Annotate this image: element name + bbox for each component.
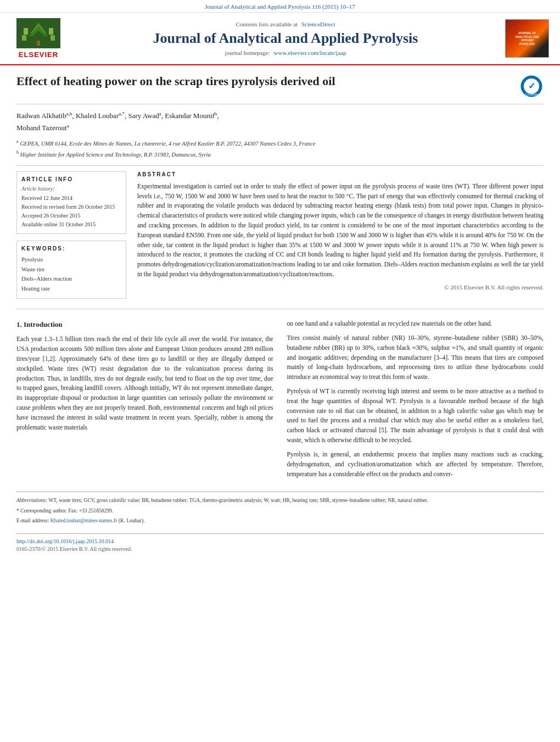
svg-rect-5 (24, 28, 28, 35)
intro-right-column: on one hand and a valuable potential as … (287, 319, 544, 483)
author-3: Sary Awada (128, 111, 161, 120)
intro-paragraph-1: Each year 1.3–1.5 billion tires reach th… (16, 334, 273, 432)
issn-line: 0165-2370/© 2015 Elsevier B.V. All right… (16, 546, 132, 552)
sciencedirect-link[interactable]: ScienceDirect (301, 21, 335, 27)
keywords-box: Keywords: Pyrolysis Waste tire Diels–Ald… (16, 241, 126, 299)
intro-paragraph-5: Pyrolysis is, in general, an endothermic… (287, 450, 544, 479)
journal-title-block: Contents lists available at ScienceDirec… (66, 21, 505, 55)
intro-left-column: 1. Introduction Each year 1.3–1.5 billio… (16, 319, 273, 483)
keyword-3: Diels–Alders reaction (21, 274, 121, 284)
affiliation-a: a GEPEA, UMR 6144, Ecole des Mines de Na… (16, 138, 544, 148)
journal-main-title: Journal of Analytical and Applied Pyroly… (66, 30, 505, 47)
article-info-box: ARTICLE INFO Article history: Received 1… (16, 171, 126, 234)
main-content: Effect of heating power on the scrap tir… (0, 65, 560, 560)
abstract-text: Experimental investigation is carried ou… (137, 182, 544, 280)
accepted-date: Accepted 26 October 2015 (21, 211, 121, 220)
journal-cover-image: JOURNAL OFANALYTICAL ANDAPPLIEDPYROLYSIS (505, 19, 549, 58)
email-link[interactable]: Khaled.loubar@mines-nantes.fr (51, 518, 117, 523)
svg-rect-7 (22, 35, 26, 41)
authors-section: Radwan Alkhatiba,b, Khaled Loubara,*, Sa… (16, 110, 544, 134)
author-line: Radwan Alkhatiba,b, Khaled Loubara,*, Sa… (16, 110, 544, 134)
page-footer: http://dx.doi.org/10.1016/j.jaap.2015.10… (16, 533, 544, 552)
author-4: Eskandar Mounifb (165, 111, 217, 120)
article-title-section: Effect of heating power on the scrap tir… (16, 74, 544, 104)
section-divider (16, 309, 544, 309)
doi-link[interactable]: http://dx.doi.org/10.1016/j.jaap.2015.10… (16, 538, 544, 544)
top-bar: Journal of Analytical and Applied Pyroly… (0, 0, 560, 13)
keywords-heading: Keywords: (21, 246, 121, 252)
copyright-line: © 2015 Elsevier B.V. All rights reserved… (137, 284, 544, 291)
journal-header: ELSEVIER Contents lists available at Sci… (0, 13, 560, 65)
author-5: Mohand Tazerouta (16, 124, 69, 132)
svg-text:CrossMark: CrossMark (524, 93, 538, 96)
available-online-date: Available online 31 October 2015 (21, 220, 121, 229)
received-date: Received 12 June 2014 (21, 194, 121, 203)
info-abstract-section: ARTICLE INFO Article history: Received 1… (16, 165, 544, 299)
article-title: Effect of heating power on the scrap tir… (16, 74, 511, 90)
svg-text:✓: ✓ (528, 81, 535, 91)
corresponding-author-footnote: * Corresponding author. Fax: +33 2518582… (16, 507, 544, 515)
homepage-url[interactable]: www.elsevier.com/locate/jaap (274, 49, 346, 56)
elsevier-label: ELSEVIER (19, 51, 58, 59)
section-number-title: 1. Introduction (16, 319, 273, 330)
affiliation-b: b Higher Institute for Applied Science a… (16, 149, 544, 159)
intro-paragraph-2: on one hand and a valuable potential as … (287, 319, 544, 329)
author-1: Radwan Alkhatiba,b (16, 111, 72, 120)
keyword-4: Heating rate (21, 284, 121, 294)
received-revised-date: Received in revised form 26 October 2015 (21, 203, 121, 211)
elsevier-tree-image (16, 18, 60, 48)
abbreviations-footnote: Abbreviations: WT, waste tires; GCV, gro… (16, 496, 544, 505)
homepage-line: journal homepage: www.elsevier.com/locat… (66, 49, 505, 56)
intro-paragraph-4: Pyrolysis of WT is currently receiving h… (287, 387, 544, 445)
contents-line: Contents lists available at ScienceDirec… (66, 21, 505, 27)
journal-reference: Journal of Analytical and Applied Pyroly… (205, 3, 355, 10)
svg-rect-8 (51, 35, 55, 41)
abstract-section: ABSTRACT Experimental investigation is c… (137, 171, 544, 299)
article-info-heading: ARTICLE INFO (21, 176, 121, 182)
elsevier-logo: ELSEVIER (11, 18, 66, 59)
author-2: Khaled Loubara,* (76, 111, 125, 120)
affiliations-section: a GEPEA, UMR 6144, Ecole des Mines de Na… (16, 138, 544, 159)
intro-paragraph-3: Tires consist mainly of natural rubber (… (287, 333, 544, 382)
left-column: ARTICLE INFO Article history: Received 1… (16, 171, 126, 299)
journal-cover-text: JOURNAL OFANALYTICAL ANDAPPLIEDPYROLYSIS (514, 30, 540, 47)
footnotes-section: Abbreviations: WT, waste tires; GCV, gro… (16, 492, 544, 525)
article-history-label: Article history: (21, 186, 121, 192)
svg-rect-6 (49, 28, 53, 35)
email-footnote: E-mail address: Khaled.loubar@mines-nant… (16, 517, 544, 525)
crossmark-logo[interactable]: ✓ CrossMark (519, 74, 544, 98)
introduction-section: 1. Introduction Each year 1.3–1.5 billio… (16, 319, 544, 483)
keyword-1: Pyrolysis (21, 255, 121, 265)
keyword-2: Waste tire (21, 265, 121, 275)
abstract-heading: ABSTRACT (137, 171, 544, 177)
